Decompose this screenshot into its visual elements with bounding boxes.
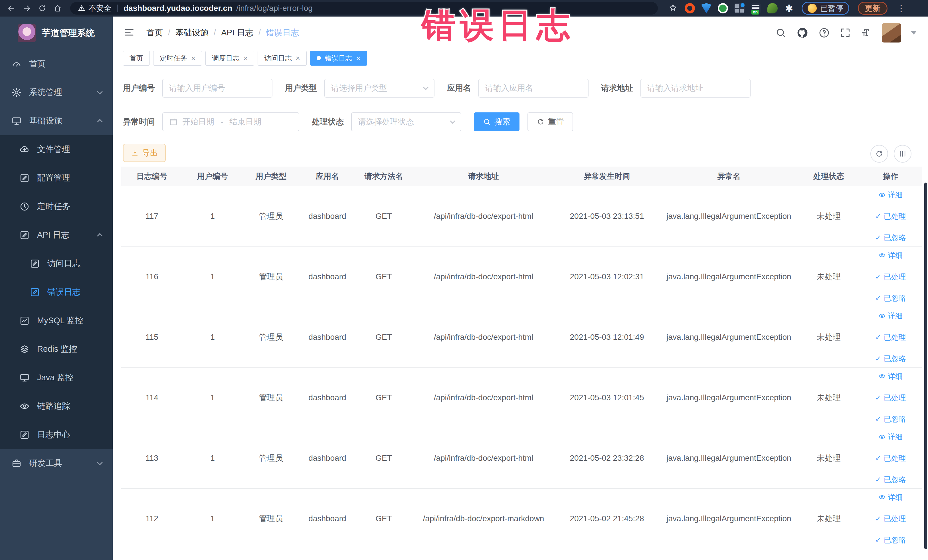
- user-id-field[interactable]: [162, 79, 272, 98]
- caret-down-icon[interactable]: [911, 31, 917, 35]
- tag-error-log[interactable]: 错误日志 ×: [310, 51, 367, 66]
- cell-status: 未处理: [799, 246, 859, 307]
- home-icon[interactable]: [51, 2, 64, 15]
- app-logo-row[interactable]: 芋道管理系统: [0, 17, 113, 50]
- sidebar-item-label: 错误日志: [47, 287, 81, 298]
- help-icon[interactable]: [818, 27, 830, 38]
- sidebar-submenu-infra: 文件管理 配置管理 定时任务 API 日志 访问日志: [0, 135, 113, 449]
- mark-processed-link[interactable]: ✓已处理: [875, 393, 906, 403]
- user-id-input[interactable]: [169, 84, 266, 93]
- menu-fold-icon[interactable]: [124, 26, 135, 39]
- sidebar-item-redis-monitor[interactable]: Redis 监控: [0, 335, 113, 363]
- extension-green-icon[interactable]: [718, 3, 728, 14]
- app-name-input[interactable]: [485, 84, 582, 93]
- close-icon[interactable]: ×: [296, 55, 300, 62]
- close-icon[interactable]: ×: [356, 55, 360, 62]
- sidebar-item-home[interactable]: 首页: [0, 50, 113, 78]
- forward-icon[interactable]: [21, 2, 33, 15]
- tag-schedule-log[interactable]: 调度日志 ×: [205, 51, 254, 66]
- col-header: 请求地址: [412, 166, 555, 186]
- font-size-icon[interactable]: [861, 27, 872, 38]
- search-icon[interactable]: [775, 27, 786, 38]
- mark-processed-link[interactable]: ✓已处理: [875, 453, 906, 463]
- user-type-select[interactable]: 请选择用户类型: [324, 79, 435, 98]
- extension-grid-icon[interactable]: [734, 3, 745, 14]
- paused-extension-pill[interactable]: 已暂停: [801, 2, 849, 15]
- close-icon[interactable]: ×: [191, 55, 195, 62]
- extension-shield-icon[interactable]: [701, 3, 711, 14]
- fullscreen-icon[interactable]: [839, 27, 851, 38]
- tag-scheduled-jobs[interactable]: 定时任务 ×: [153, 51, 202, 66]
- mark-processed-link[interactable]: ✓已处理: [875, 272, 906, 282]
- sidebar-item-log-center[interactable]: 日志中心: [0, 421, 113, 449]
- sidebar-item-dev-tools[interactable]: 研发工具: [0, 449, 113, 478]
- sidebar-item-java-monitor[interactable]: Java 监控: [0, 363, 113, 392]
- close-icon[interactable]: ×: [243, 55, 247, 62]
- mark-processed-link[interactable]: ✓已处理: [875, 333, 906, 342]
- mark-ignored-link[interactable]: ✓已忽略: [875, 535, 906, 545]
- sidebar-item-file-manage[interactable]: 文件管理: [0, 135, 113, 164]
- search-button[interactable]: 搜索: [474, 112, 519, 131]
- column-settings-button[interactable]: [894, 145, 911, 163]
- app-name-field[interactable]: [478, 79, 589, 98]
- sidebar-item-scheduled-jobs[interactable]: 定时任务: [0, 192, 113, 221]
- refresh-table-button[interactable]: [870, 145, 888, 163]
- table-row: 114 1 管理员 dashboard GET /api/infra/db-do…: [121, 368, 922, 428]
- request-url-field[interactable]: [640, 79, 751, 98]
- sidebar-item-error-log[interactable]: 错误日志: [0, 278, 113, 307]
- detail-link[interactable]: 详细: [878, 311, 903, 321]
- detail-link[interactable]: 详细: [878, 371, 903, 381]
- breadcrumb-separator: /: [168, 28, 170, 37]
- extension-orange-icon[interactable]: [685, 3, 695, 14]
- vertical-scrollbar[interactable]: [924, 183, 927, 549]
- sidebar: 芋道管理系统 首页 系统管理 基础设施 文件管理: [0, 17, 113, 560]
- tag-home[interactable]: 首页: [123, 51, 150, 66]
- sidebar-item-api-log[interactable]: API 日志: [0, 221, 113, 249]
- tag-access-log[interactable]: 访问日志 ×: [258, 51, 307, 66]
- avatar[interactable]: [882, 23, 901, 43]
- request-url-input[interactable]: [647, 84, 744, 93]
- detail-link[interactable]: 详细: [878, 492, 903, 502]
- detail-link[interactable]: 详细: [878, 190, 903, 200]
- mark-processed-link[interactable]: ✓已处理: [875, 514, 906, 524]
- browser-update-button[interactable]: 更新: [858, 2, 887, 15]
- extension-leaf-icon[interactable]: [768, 3, 778, 14]
- tag-label: 错误日志: [325, 53, 352, 63]
- app-name-label: 应用名: [447, 83, 471, 93]
- check-icon: ✓: [875, 212, 882, 221]
- breadcrumb-item[interactable]: 首页: [147, 27, 163, 38]
- breadcrumb-item[interactable]: 基础设施: [176, 27, 209, 38]
- breadcrumb-item[interactable]: API 日志: [221, 27, 253, 38]
- detail-link[interactable]: 详细: [878, 250, 903, 261]
- process-status-select[interactable]: 请选择处理状态: [351, 112, 461, 131]
- cell-user-type: 管理员: [243, 488, 299, 549]
- check-icon: ✓: [875, 333, 882, 342]
- mark-ignored-link[interactable]: ✓已忽略: [875, 233, 906, 243]
- github-icon[interactable]: [796, 26, 809, 39]
- date-range-picker[interactable]: 开始日期 - 结束日期: [162, 112, 299, 131]
- sidebar-item-mysql-monitor[interactable]: MySQL 监控: [0, 307, 113, 335]
- mark-ignored-link[interactable]: ✓已忽略: [875, 414, 906, 424]
- sidebar-item-access-log[interactable]: 访问日志: [0, 249, 113, 278]
- sidebar-item-config-manage[interactable]: 配置管理: [0, 164, 113, 192]
- tags-view-bar: 首页 定时任务 × 调度日志 × 访问日志 × 错误日志 ×: [113, 49, 928, 67]
- mark-ignored-link[interactable]: ✓已忽略: [875, 354, 906, 364]
- browser-menu-icon[interactable]: ⋮: [897, 3, 906, 14]
- extension-toggle-icon[interactable]: on: [751, 3, 761, 14]
- mark-ignored-link[interactable]: ✓已忽略: [875, 475, 906, 485]
- sidebar-item-tracing[interactable]: 链路追踪: [0, 392, 113, 421]
- reset-button[interactable]: 重置: [528, 112, 573, 131]
- sidebar-item-infra[interactable]: 基础设施: [0, 107, 113, 135]
- detail-link[interactable]: 详细: [878, 432, 903, 442]
- extensions-puzzle-icon[interactable]: ✱: [784, 3, 794, 14]
- mark-ignored-link[interactable]: ✓已忽略: [875, 293, 906, 303]
- export-button[interactable]: 导出: [123, 144, 166, 162]
- mark-processed-link[interactable]: ✓已处理: [875, 211, 906, 221]
- eye-icon: [878, 433, 886, 441]
- bookmark-star-icon[interactable]: [668, 3, 678, 14]
- back-icon[interactable]: [5, 2, 18, 15]
- sidebar-item-system[interactable]: 系统管理: [0, 78, 113, 107]
- reload-icon[interactable]: [36, 2, 49, 15]
- address-bar[interactable]: 不安全 dashboard.yudao.iocoder.cn/infra/log…: [70, 2, 658, 15]
- cell-user-id: 1: [183, 246, 243, 307]
